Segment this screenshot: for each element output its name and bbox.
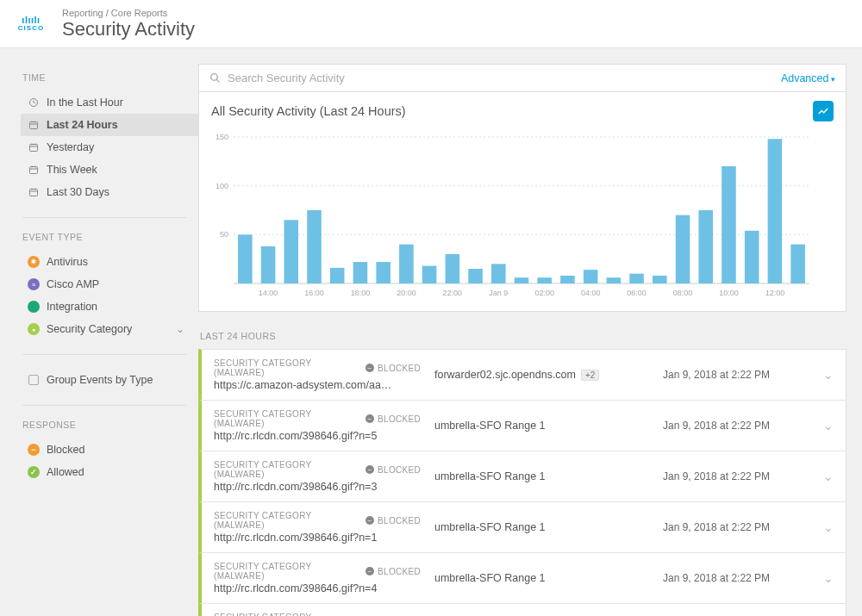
event-type-item[interactable]: Integration: [21, 296, 198, 318]
event-status: BLOCKED: [378, 567, 421, 576]
event-type-item[interactable]: ≡Cisco AMP: [21, 273, 198, 296]
sidebar-item-label: Blocked: [47, 444, 84, 456]
event-url: http://rc.rlcdn.com/398646.gif?n=1: [214, 532, 421, 544]
svg-rect-47: [721, 166, 736, 283]
event-row[interactable]: SECURITY CATEGORY (MALWARE)−BLOCKEDhttp:…: [198, 603, 846, 616]
event-row[interactable]: SECURITY CATEGORY (MALWARE)−BLOCKEDhttp:…: [198, 451, 846, 502]
advanced-link[interactable]: Advanced: [781, 72, 835, 84]
event-url: https://c.amazon-adsystem.com/aa…: [214, 379, 421, 391]
search-icon: [209, 72, 221, 84]
sidebar: TIME In the Last HourLast 24 HoursYester…: [0, 48, 198, 616]
event-row[interactable]: SECURITY CATEGORY (MALWARE)−BLOCKEDhttp:…: [198, 501, 846, 553]
svg-rect-33: [399, 245, 414, 283]
blocked-icon: −: [365, 364, 374, 372]
response-filter-item[interactable]: −Blocked: [21, 439, 198, 461]
chevron-down-icon[interactable]: ⌄: [823, 470, 834, 483]
response-icon: −: [28, 444, 40, 456]
calendar-icon: [28, 164, 40, 176]
svg-rect-26: [238, 234, 253, 283]
event-status: BLOCKED: [378, 364, 421, 373]
time-filter-item[interactable]: Yesterday: [21, 136, 198, 159]
svg-text:50: 50: [220, 230, 228, 239]
event-type-icon: ✱: [28, 256, 40, 268]
svg-rect-46: [698, 210, 713, 283]
event-identity: umbrella-SFO Range 1: [434, 572, 546, 584]
svg-rect-43: [629, 274, 644, 283]
chart-type-button[interactable]: [813, 101, 834, 121]
sidebar-item-label: Last 24 Hours: [47, 119, 118, 131]
response-icon: ✓: [28, 466, 40, 478]
sidebar-item-label: Integration: [47, 301, 97, 313]
chevron-down-icon[interactable]: ⌄: [823, 368, 834, 382]
event-url: http://rc.rlcdn.com/398646.gif?n=3: [214, 481, 421, 493]
svg-rect-44: [653, 276, 667, 283]
blocked-icon: −: [365, 465, 374, 474]
event-category: SECURITY CATEGORY (MALWARE): [214, 613, 357, 616]
time-filter-item[interactable]: Last 24 Hours: [21, 114, 198, 136]
svg-rect-39: [537, 277, 552, 283]
blocked-icon: −: [365, 567, 374, 576]
svg-rect-29: [307, 210, 322, 283]
time-filter-item[interactable]: In the Last Hour: [21, 91, 198, 114]
event-identity: umbrella-SFO Range 1: [434, 470, 546, 482]
sidebar-item-label: This Week: [47, 164, 97, 176]
event-status: BLOCKED: [378, 414, 421, 424]
svg-text:18:00: 18:00: [351, 289, 371, 297]
svg-rect-28: [284, 220, 299, 283]
list-heading: LAST 24 HOURS: [200, 331, 846, 341]
calendar-icon: [28, 119, 40, 131]
divider: [22, 354, 186, 355]
chevron-down-icon: ⌄: [176, 323, 184, 335]
event-row[interactable]: SECURITY CATEGORY (MALWARE)−BLOCKEDhttp:…: [198, 400, 846, 451]
event-row[interactable]: SECURITY CATEGORY (MALWARE)−BLOCKEDhttp:…: [198, 552, 846, 604]
blocked-icon: −: [365, 414, 374, 423]
group-events-toggle[interactable]: Group Events by Type: [21, 369, 198, 391]
event-type-icon: ●: [28, 323, 40, 335]
svg-text:02:00: 02:00: [534, 289, 554, 297]
event-identity: umbrella-SFO Range 1: [434, 420, 546, 432]
breadcrumb[interactable]: Reporting / Core Reports: [62, 8, 195, 18]
svg-rect-13: [30, 190, 38, 196]
svg-text:12:00: 12:00: [765, 289, 785, 297]
svg-text:14:00: 14:00: [259, 289, 278, 297]
svg-rect-49: [768, 139, 783, 283]
chevron-down-icon[interactable]: ⌄: [823, 520, 834, 534]
svg-text:06:00: 06:00: [627, 289, 646, 297]
svg-text:04:00: 04:00: [581, 289, 601, 297]
checkbox-icon: [28, 374, 40, 386]
event-identity: umbrella-SFO Range 1: [434, 521, 546, 533]
svg-rect-31: [353, 262, 368, 283]
event-type-item[interactable]: ✱Antivirus: [21, 251, 198, 273]
event-type-icon: [28, 301, 40, 313]
svg-text:10:00: 10:00: [719, 289, 739, 297]
blocked-icon: −: [365, 516, 374, 525]
event-url: http://rc.rlcdn.com/398646.gif?n=4: [214, 582, 421, 594]
event-category: SECURITY CATEGORY (MALWARE): [214, 409, 357, 428]
chevron-down-icon[interactable]: ⌄: [823, 419, 834, 432]
svg-line-18: [216, 79, 219, 82]
svg-text:100: 100: [216, 182, 228, 190]
svg-rect-36: [468, 269, 483, 283]
event-url: http://rc.rlcdn.com/398646.gif?n=5: [214, 430, 421, 442]
header: ılıılı CISCO Reporting / Core Reports Se…: [0, 0, 862, 48]
event-category: SECURITY CATEGORY (MALWARE): [214, 358, 357, 377]
event-type-heading: EVENT TYPE: [22, 232, 198, 242]
svg-text:16:00: 16:00: [304, 289, 324, 297]
event-type-icon: ≡: [28, 278, 40, 290]
response-filter-item[interactable]: ✓Allowed: [21, 461, 198, 483]
time-filter-item[interactable]: Last 30 Days: [21, 181, 198, 203]
search-input[interactable]: [228, 72, 781, 84]
time-filter-item[interactable]: This Week: [21, 159, 198, 181]
svg-rect-40: [560, 276, 575, 283]
divider: [22, 217, 186, 218]
event-type-item[interactable]: ●Security Category⌄: [21, 318, 198, 340]
sidebar-item-label: In the Last Hour: [47, 96, 123, 109]
svg-rect-5: [30, 145, 38, 152]
svg-rect-37: [491, 264, 506, 283]
svg-text:Jan 9: Jan 9: [489, 289, 508, 297]
event-category: SECURITY CATEGORY (MALWARE): [214, 562, 357, 581]
chevron-down-icon[interactable]: ⌄: [823, 571, 834, 585]
search-bar: Advanced: [198, 64, 846, 92]
clock-icon: [28, 96, 40, 109]
event-row[interactable]: SECURITY CATEGORY (MALWARE)−BLOCKEDhttps…: [198, 349, 846, 401]
